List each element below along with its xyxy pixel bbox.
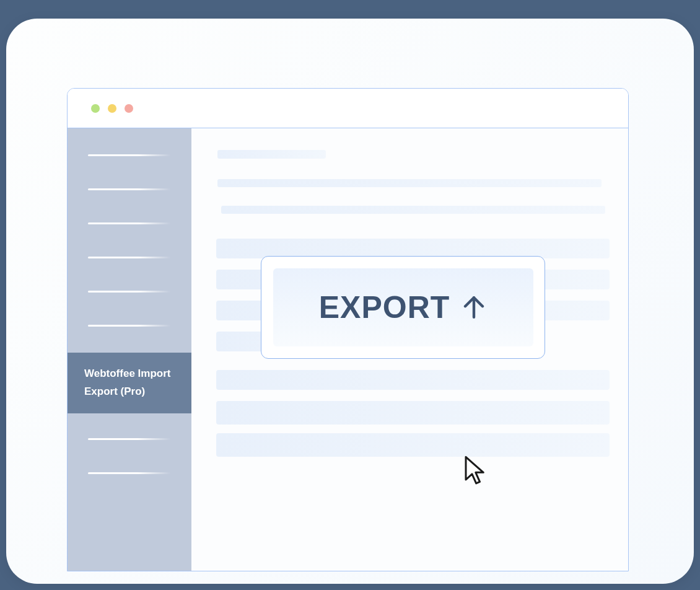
sidebar: Webtoffee Import Export (Pro) [68,128,191,571]
sidebar-item-placeholder[interactable] [88,438,171,440]
minimize-button-icon[interactable] [91,104,100,113]
sidebar-item-placeholder[interactable] [88,222,171,224]
sidebar-item-placeholder[interactable] [88,257,171,258]
browser-window: Webtoffee Import Export (Pro) [67,88,629,571]
content-block-placeholder [216,370,610,390]
export-button[interactable]: EXPORT [273,268,533,346]
arrow-up-icon [461,294,487,320]
sidebar-item-placeholder[interactable] [88,291,171,293]
window-title-bar [68,89,628,128]
content-line-placeholder [221,206,605,214]
sidebar-item-placeholder[interactable] [88,325,171,327]
outer-card: Webtoffee Import Export (Pro) [6,19,694,584]
cursor-pointer-icon [463,454,488,487]
export-button-label: EXPORT [319,289,450,325]
content-heading-placeholder [217,150,326,159]
content-area: EXPORT [191,128,628,571]
window-body: Webtoffee Import Export (Pro) [68,128,628,571]
sidebar-item-placeholder[interactable] [88,188,171,190]
content-block-placeholder [216,401,610,425]
sidebar-item-webtoffee-import-export[interactable]: Webtoffee Import Export (Pro) [68,353,191,413]
sidebar-item-placeholder[interactable] [88,472,171,474]
export-button-frame: EXPORT [261,256,545,359]
sidebar-active-label: Webtoffee Import Export (Pro) [84,368,170,397]
content-line-placeholder [217,179,602,187]
content-block-placeholder [216,433,610,457]
close-button-icon[interactable] [125,104,133,113]
maximize-button-icon[interactable] [108,104,116,113]
sidebar-item-placeholder[interactable] [88,154,171,156]
